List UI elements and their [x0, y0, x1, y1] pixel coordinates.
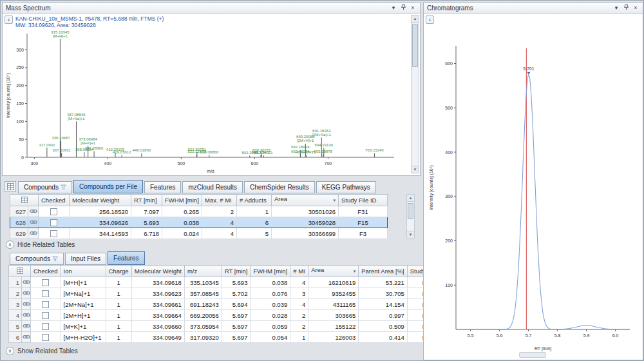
cell[interactable]: 5.697	[222, 321, 251, 332]
table-row[interactable]: 4[2M+H]+11334.09664669.200565.6970.02823…	[9, 310, 448, 321]
cell[interactable]: 30366699	[272, 228, 339, 239]
cell[interactable]: 1	[106, 332, 131, 343]
cell[interactable]: 334.09626	[70, 217, 131, 228]
row-checkbox-cell[interactable]	[31, 310, 61, 321]
cell[interactable]: 4	[202, 228, 237, 239]
cell[interactable]: 4	[290, 277, 308, 288]
cell[interactable]: 256.18520	[70, 206, 131, 217]
column-header[interactable]: m/z	[184, 266, 222, 277]
scroll-track[interactable]	[407, 202, 414, 231]
cell[interactable]: 334.09661	[131, 299, 184, 310]
checkbox[interactable]	[42, 301, 49, 308]
row-checkbox-cell[interactable]	[31, 332, 61, 343]
row-link-cell[interactable]	[28, 228, 39, 239]
cell[interactable]: 0.039	[251, 299, 290, 310]
column-header[interactable]: Checked	[39, 195, 70, 206]
scroll-track[interactable]	[412, 23, 419, 166]
column-header[interactable]: Parent Area [%]	[359, 266, 408, 277]
cell[interactable]: 334.09623	[131, 288, 184, 299]
row-link-cell[interactable]	[22, 277, 31, 288]
cell[interactable]: 0.059	[251, 321, 290, 332]
tab-compounds[interactable]: Compounds	[18, 181, 72, 193]
pin-icon[interactable]	[622, 4, 630, 12]
cell[interactable]: 126003	[308, 332, 359, 343]
mass-spectrum-plot[interactable]: 050100150200250300300400500600700m/zInte…	[4, 29, 401, 175]
cell[interactable]: 334.09664	[131, 310, 184, 321]
cell[interactable]: 303665	[308, 310, 359, 321]
cell[interactable]: 7.097	[131, 206, 162, 217]
chromatogram-horizontal-scrollbar[interactable]	[519, 352, 546, 358]
scroll-thumb[interactable]	[408, 203, 413, 219]
column-header[interactable]: FWHM [min]	[251, 266, 290, 277]
checkbox[interactable]	[42, 290, 49, 297]
table-row[interactable]: 5[M+K]+11334.09660373.059545.6970.059215…	[9, 321, 448, 332]
cell[interactable]: [M+K]+1	[61, 321, 106, 332]
chromatograms-titlebar[interactable]: Chromatograms ▾ ×	[424, 3, 643, 14]
row-link-cell[interactable]	[22, 299, 31, 310]
column-header[interactable]: RT [min]	[131, 195, 162, 206]
scroll-up-icon[interactable]: ▲	[407, 195, 414, 202]
tab-input-files[interactable]: Input Files	[65, 253, 106, 265]
cell[interactable]: 3	[290, 288, 308, 299]
cell[interactable]: 2	[290, 321, 308, 332]
row-link-cell[interactable]	[22, 332, 31, 343]
cell[interactable]: 5.702	[222, 288, 251, 299]
cell[interactable]: 0.414	[359, 332, 408, 343]
cell[interactable]: [M+H]+1	[61, 277, 106, 288]
cell[interactable]: 334.09660	[131, 321, 184, 332]
tab-features[interactable]: Features	[108, 251, 144, 265]
table-row[interactable]: 2[M+Na]+11334.09623357.085455.7020.07639…	[9, 288, 448, 299]
row-link-cell[interactable]	[22, 288, 31, 299]
close-icon[interactable]: ×	[409, 4, 417, 12]
row-checkbox-cell[interactable]	[39, 217, 70, 228]
cell[interactable]: 344.14593	[70, 228, 131, 239]
table-row[interactable]: 1[M+H]+11334.09618335.103455.6930.038416…	[9, 277, 448, 288]
checkbox[interactable]	[42, 323, 49, 330]
row-checkbox-cell[interactable]	[39, 228, 70, 239]
cell[interactable]: 5.693	[131, 217, 162, 228]
row-checkbox-cell[interactable]	[39, 206, 70, 217]
column-header[interactable]: Molecular Weight	[131, 266, 184, 277]
cell[interactable]: 1	[290, 332, 308, 343]
tab-compounds-per-file[interactable]: Compounds per File	[73, 180, 143, 193]
cell[interactable]: 1	[237, 206, 272, 217]
chromatogram-plot[interactable]: 1002003004005006005.55.65.75.85.96.0RT […	[426, 23, 640, 353]
cell[interactable]: F31	[339, 206, 388, 217]
row-checkbox-cell[interactable]	[31, 277, 61, 288]
panel-menu-icon[interactable]: ▾	[612, 4, 620, 12]
column-header[interactable]: RT [min]	[222, 266, 251, 277]
table-vertical-scrollbar[interactable]: ▲ ▼	[406, 194, 415, 239]
cell[interactable]: 334.09618	[131, 277, 184, 288]
cell[interactable]: 53.221	[359, 277, 408, 288]
column-header[interactable]: Ion	[61, 266, 106, 277]
checkbox[interactable]	[50, 219, 57, 226]
cell[interactable]: 0.028	[251, 310, 290, 321]
checkbox[interactable]	[50, 230, 57, 237]
column-header[interactable]: Area▾	[272, 195, 339, 206]
row-checkbox-cell[interactable]	[31, 288, 61, 299]
cell[interactable]: 30459028	[272, 217, 339, 228]
row-link-cell[interactable]	[22, 321, 31, 332]
cell[interactable]: [2M+H]+1	[61, 310, 106, 321]
cell[interactable]: 5.693	[222, 277, 251, 288]
column-header[interactable]: # Adducts	[237, 195, 272, 206]
cell[interactable]: 691.18243	[184, 299, 222, 310]
row-link-cell[interactable]	[28, 206, 39, 217]
filter-dropdown-icon[interactable]: ▾	[333, 195, 336, 206]
cell[interactable]: F3	[339, 228, 388, 239]
cell[interactable]: 4311165	[308, 299, 359, 310]
collapse-chromatogram-button[interactable]: ‹	[426, 15, 434, 24]
row-checkbox-cell[interactable]	[31, 321, 61, 332]
collapse-spectrum-button[interactable]: ‹	[5, 15, 13, 24]
column-header[interactable]: Max. # MI	[202, 195, 237, 206]
table-corner-button[interactable]	[9, 266, 31, 277]
cell[interactable]: 4	[290, 299, 308, 310]
cell[interactable]: 1	[106, 299, 131, 310]
show-related-tables[interactable]: ∨ Show Related Tables	[6, 347, 78, 355]
cell[interactable]: 334.09649	[131, 332, 184, 343]
scroll-down-icon[interactable]: ▼	[412, 166, 419, 173]
cell[interactable]: 16210619	[308, 277, 359, 288]
cell[interactable]: 1	[106, 310, 131, 321]
pin-icon[interactable]	[399, 4, 407, 12]
hide-related-tables[interactable]: ∧ Hide Related Tables	[6, 240, 75, 249]
